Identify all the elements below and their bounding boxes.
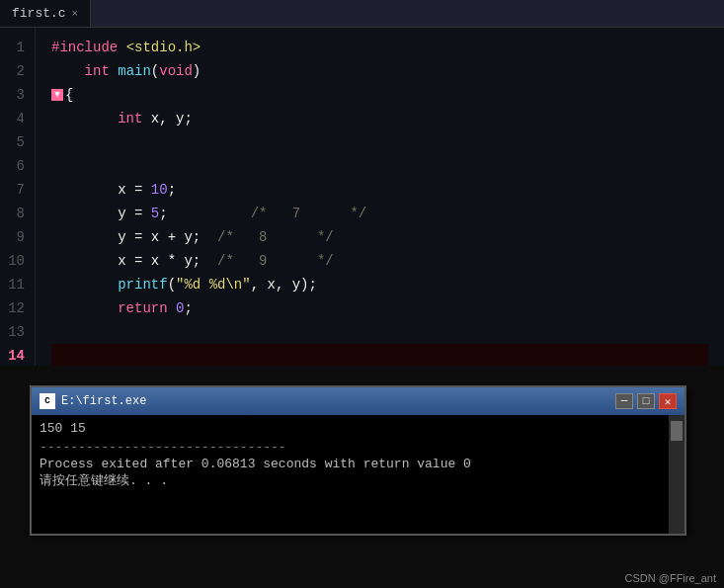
code-line-9: y = x + y; /* 8 */ [51,225,708,249]
tab-close-icon[interactable]: × [72,8,79,20]
output-line-1: 150 15 [40,421,657,436]
code-line-6 [51,154,708,178]
scrollbar-thumb[interactable] [671,421,683,441]
tab-bar: first.c × [0,0,724,28]
code-editor: 1 2 3 4 5 6 7 8 9 10 11 12 13 14 #includ… [0,28,724,366]
console-app-icon: C [40,393,55,409]
console-window[interactable]: C E:\first.exe ─ □ ✕ 150 15 [30,385,686,536]
editor-area: first.c × 1 2 3 4 5 6 7 8 9 10 11 12 13 … [0,0,724,366]
console-title-left: C E:\first.exe [40,393,146,409]
output-separator: -------------------------------- [40,440,657,455]
output-line-3: Process exited after 0.06813 seconds wit… [40,457,657,471]
code-line-1: #include <stdio.h> [51,36,708,59]
scrollbar-track [669,415,684,534]
minimize-button[interactable]: ─ [615,393,633,409]
code-line-11: printf ( "%d %d\n" , x, y); [51,273,708,296]
code-line-8: y = 5 ; /* 7 */ [51,202,708,225]
code-line-13 [51,320,708,344]
code-line-12: return 0 ; [51,296,708,320]
code-line-7: x = 10 ; [51,178,708,202]
tab-filename: first.c [12,6,66,21]
console-scrollbar[interactable] [669,415,684,534]
bottom-area: C E:\first.exe ─ □ ✕ 150 15 [0,366,724,588]
code-line-3: ▼ { [51,83,708,107]
code-line-4: int x, y; [51,107,708,130]
tab-first-c[interactable]: first.c × [0,0,91,27]
code-line-2: int main ( void ) [51,59,708,83]
output-line-4: 请按任意键继续. . . [40,471,657,489]
console-output: 150 15 -------------------------------- … [40,421,677,489]
console-body: 150 15 -------------------------------- … [32,415,684,534]
console-title-buttons: ─ □ ✕ [615,393,677,409]
console-title-text: E:\first.exe [61,394,146,408]
code-line-5 [51,130,708,154]
code-line-10: x = x * y; /* 9 */ [51,249,708,273]
code-line-14: } [51,344,708,366]
maximize-button[interactable]: □ [637,393,655,409]
console-titlebar: C E:\first.exe ─ □ ✕ [32,387,684,415]
code-lines[interactable]: #include <stdio.h> int main ( void ) ▼ { [36,28,724,366]
line-numbers: 1 2 3 4 5 6 7 8 9 10 11 12 13 14 [0,28,36,366]
fold-icon[interactable]: ▼ [51,89,63,101]
watermark: CSDN @FFire_ant [625,572,716,584]
close-button[interactable]: ✕ [659,393,677,409]
